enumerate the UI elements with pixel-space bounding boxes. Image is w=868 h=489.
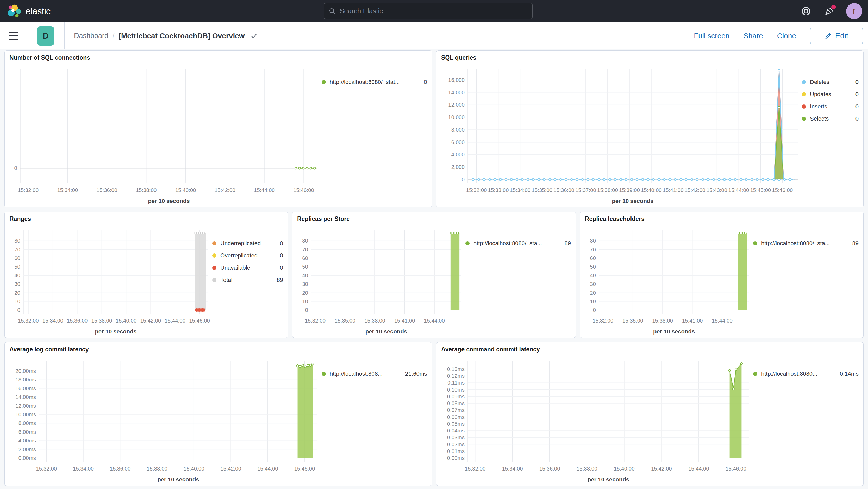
svg-text:15:38:00: 15:38:00: [147, 465, 167, 471]
svg-text:30: 30: [14, 281, 20, 287]
legend-series-label: http://localhost:808...: [330, 370, 382, 377]
svg-text:10: 10: [14, 298, 20, 304]
news-button[interactable]: [823, 5, 835, 17]
svg-text:16,000: 16,000: [448, 77, 465, 83]
legend-item[interactable]: http://localhost:808...21.60ms: [322, 370, 427, 377]
global-search[interactable]: [324, 3, 533, 19]
legend-item[interactable]: Total89: [212, 277, 283, 283]
legend-item[interactable]: Inserts0: [802, 103, 859, 110]
svg-text:0.13ms: 0.13ms: [447, 366, 465, 372]
sql-connections-chart[interactable]: 15:32:0015:34:0015:36:0015:38:0015:40:00…: [9, 65, 322, 204]
legend-item[interactable]: Underreplicated0: [212, 240, 283, 247]
legend-item[interactable]: http://localhost:8080...0.14ms: [753, 370, 859, 377]
avg-command-commit-latency-chart[interactable]: 15:32:0015:34:0015:36:0015:38:0015:40:00…: [441, 357, 753, 483]
search-input[interactable]: [340, 7, 528, 15]
edit-button[interactable]: Edit: [810, 28, 863, 44]
svg-text:20.00ms: 20.00ms: [16, 368, 36, 374]
svg-text:15:46:00: 15:46:00: [293, 187, 314, 193]
chart-legend: http://localhost:808...21.60ms: [322, 357, 427, 483]
clone-button[interactable]: Clone: [777, 32, 796, 40]
svg-text:15:45:00: 15:45:00: [750, 187, 771, 193]
svg-text:15:34:00: 15:34:00: [42, 317, 63, 324]
chart-svg: 15:32:0015:34:0015:36:0015:38:0015:40:00…: [9, 357, 322, 483]
legend-series-label: Updates: [810, 91, 831, 98]
svg-text:18.00ms: 18.00ms: [16, 376, 36, 383]
svg-text:4,000: 4,000: [451, 151, 465, 157]
space-badge[interactable]: D: [37, 26, 55, 45]
legend-series-dot: [802, 117, 806, 121]
legend-item[interactable]: Overreplicated0: [212, 252, 283, 259]
avg-log-commit-latency-chart[interactable]: 15:32:0015:34:0015:36:0015:38:0015:40:00…: [9, 357, 322, 483]
svg-text:10,000: 10,000: [448, 114, 465, 120]
sql-queries-chart[interactable]: 15:32:0015:33:0015:34:0015:35:0015:36:00…: [441, 65, 802, 204]
legend-item[interactable]: Selects0: [802, 115, 859, 122]
svg-text:15:32:00: 15:32:00: [592, 317, 613, 324]
legend-series-dot: [322, 372, 326, 376]
svg-text:0.09ms: 0.09ms: [447, 393, 465, 399]
svg-text:10.00ms: 10.00ms: [16, 411, 36, 417]
legend-series-dot: [753, 372, 757, 376]
dashboard-grid: Number of SQL connections 15:32:0015:34:…: [0, 50, 868, 486]
panel-title: Average log commit latency: [9, 346, 427, 357]
legend-series-value: 0.14ms: [835, 370, 859, 377]
elastic-logo[interactable]: elastic: [0, 4, 120, 19]
legend-item[interactable]: http://localhost:8080/_stat...0: [322, 79, 427, 86]
svg-text:15:44:00: 15:44:00: [712, 317, 733, 324]
breadcrumb-separator: /: [113, 32, 115, 40]
svg-text:0: 0: [462, 176, 465, 182]
legend-series-value: 21.60ms: [401, 370, 427, 377]
ranges-chart[interactable]: 15:32:0015:34:0015:36:0015:38:0015:40:00…: [9, 226, 212, 335]
svg-text:30: 30: [302, 281, 308, 287]
svg-text:15:38:00: 15:38:00: [91, 317, 112, 324]
svg-text:15:38:00: 15:38:00: [577, 465, 597, 471]
svg-text:15:32:00: 15:32:00: [18, 317, 39, 324]
svg-text:0.03ms: 0.03ms: [447, 434, 465, 440]
svg-text:50: 50: [590, 264, 596, 270]
svg-text:15:46:00: 15:46:00: [294, 465, 315, 471]
chart-legend: http://localhost:8080/_stat...0: [322, 65, 427, 204]
legend-series-label: http://localhost:8080/_stat...: [330, 79, 400, 86]
legend-series-label: http://localhost:8080/_sta...: [761, 240, 830, 247]
legend-item[interactable]: Deletes0: [802, 79, 859, 86]
legend-item[interactable]: Updates0: [802, 91, 859, 98]
avatar-initial: r: [853, 7, 856, 16]
panel-title: SQL queries: [441, 54, 859, 65]
menu-button[interactable]: [0, 22, 21, 50]
legend-series-dot: [465, 241, 469, 245]
panel-title: Average command commit latency: [441, 346, 859, 357]
svg-text:15:44:00: 15:44:00: [254, 187, 275, 193]
legend-series-dot: [802, 104, 806, 109]
pencil-icon: [825, 33, 832, 39]
share-button[interactable]: Share: [744, 32, 763, 40]
legend-series-label: Overreplicated: [220, 252, 257, 259]
full-screen-button[interactable]: Full screen: [694, 32, 730, 40]
svg-text:15:40:00: 15:40:00: [614, 465, 635, 471]
legend-item[interactable]: http://localhost:8080/_sta...89: [753, 240, 859, 247]
legend-series-value: 89: [560, 240, 571, 247]
svg-text:15:35:00: 15:35:00: [531, 187, 552, 193]
page-title: [Metricbeat CockroachDB] Overview: [119, 32, 245, 40]
title-caret-button[interactable]: [251, 33, 257, 39]
dashboard-toolbar: D Dashboard / [Metricbeat CockroachDB] O…: [0, 22, 868, 50]
breadcrumb-dashboard-link[interactable]: Dashboard: [74, 32, 108, 40]
svg-text:0.10ms: 0.10ms: [447, 387, 465, 393]
svg-text:15:44:00: 15:44:00: [688, 465, 709, 471]
svg-text:15:36:00: 15:36:00: [539, 465, 560, 471]
legend-series-dot: [212, 253, 216, 258]
svg-text:4.00ms: 4.00ms: [19, 437, 36, 444]
replicas-per-store-chart[interactable]: 15:32:0015:35:0015:38:0015:41:0015:44:00…: [297, 226, 465, 335]
legend-series-label: Total: [220, 277, 232, 283]
svg-text:12.00ms: 12.00ms: [16, 403, 36, 409]
legend-item[interactable]: http://localhost:8080/_sta...89: [465, 240, 571, 247]
svg-text:per 10 seconds: per 10 seconds: [588, 476, 629, 483]
edit-button-label: Edit: [835, 32, 848, 40]
legend-series-value: 0: [851, 91, 859, 98]
legend-series-dot: [753, 241, 757, 245]
legend-item[interactable]: Unavailable0: [212, 265, 283, 271]
user-avatar[interactable]: r: [846, 3, 862, 19]
svg-text:15:34:00: 15:34:00: [57, 187, 78, 193]
replica-leaseholders-chart[interactable]: 15:32:0015:35:0015:38:0015:41:0015:44:00…: [585, 226, 753, 335]
svg-text:12,000: 12,000: [448, 101, 465, 108]
help-button[interactable]: [800, 5, 812, 17]
svg-text:0: 0: [305, 307, 308, 313]
